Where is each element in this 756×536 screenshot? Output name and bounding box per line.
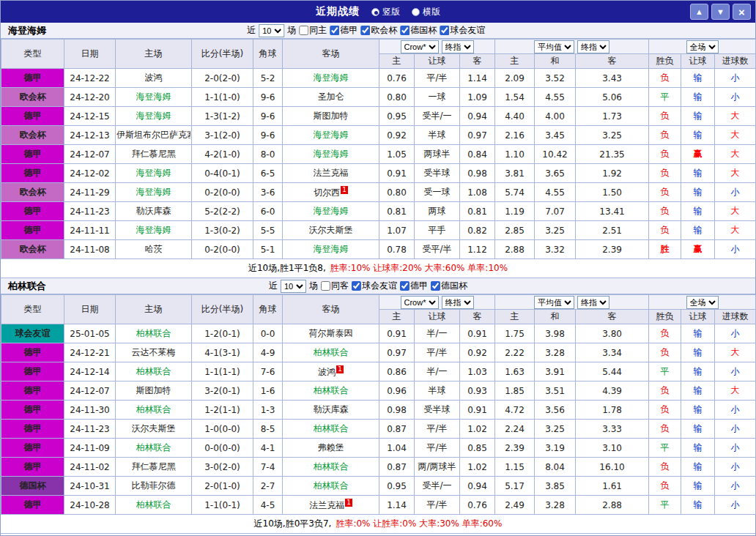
- league-filter-checkbox-input[interactable]: [352, 281, 361, 291]
- league-filter-checkbox[interactable]: 德甲: [400, 280, 428, 292]
- team-name[interactable]: 海登海姆: [136, 186, 171, 198]
- away-team-cell[interactable]: 海登海姆: [283, 69, 379, 88]
- league-filter-checkbox-input[interactable]: [431, 281, 440, 291]
- team-name[interactable]: 柏林联合: [314, 346, 349, 359]
- radio-dot[interactable]: [412, 8, 420, 16]
- league-filter-checkbox-input[interactable]: [330, 26, 339, 35]
- score-cell[interactable]: 1-1(1-0): [192, 88, 253, 107]
- team-name[interactable]: 海登海姆: [314, 72, 349, 84]
- home-team-cell[interactable]: 比勒菲尔德: [116, 477, 192, 496]
- odds-view-select[interactable]: 终指: [442, 40, 474, 53]
- home-team-cell[interactable]: 海登海姆: [116, 183, 192, 202]
- score-cell[interactable]: 0-0(0-0): [192, 439, 253, 458]
- away-team-cell[interactable]: 柏林联合: [283, 477, 379, 496]
- score-cell[interactable]: 3-2(0-1): [192, 381, 253, 401]
- home-team-cell[interactable]: 沃尔夫斯堡: [116, 420, 192, 439]
- team-name[interactable]: 勒沃库森: [314, 403, 349, 416]
- team-name[interactable]: 法兰克福: [309, 499, 344, 512]
- odds-view-select[interactable]: 终指: [577, 296, 609, 309]
- team-name[interactable]: 海登海姆: [314, 243, 349, 256]
- league-filter-checkbox-input[interactable]: [360, 26, 370, 35]
- home-team-cell[interactable]: 云达不莱梅: [116, 343, 192, 362]
- score-cell[interactable]: 1-2(1-1): [192, 401, 253, 420]
- team-name[interactable]: 海登海姆: [136, 167, 171, 179]
- league-filter-checkbox-input[interactable]: [400, 281, 410, 291]
- league-filter-checkbox[interactable]: 德国杯: [431, 280, 467, 292]
- away-team-cell[interactable]: 海登海姆: [283, 126, 379, 145]
- team-name[interactable]: 法兰克福: [314, 167, 349, 179]
- team-name[interactable]: 拜仁慕尼黑: [132, 148, 176, 160]
- league-filter-checkbox[interactable]: 欧会杯: [360, 24, 397, 37]
- league-filter-checkbox[interactable]: 球会友谊: [440, 24, 485, 37]
- away-team-cell[interactable]: 斯图加特: [283, 107, 379, 126]
- team-name[interactable]: 拜仁慕尼黑: [132, 461, 176, 473]
- team-name[interactable]: 伊斯坦布尔巴萨克塞尔: [116, 129, 190, 141]
- team-name[interactable]: 柏林联合: [136, 442, 171, 454]
- team-name[interactable]: 柏林联合: [314, 423, 349, 435]
- team-name[interactable]: 海登海姆: [136, 91, 171, 103]
- same-venue-checkbox[interactable]: 同主: [299, 24, 327, 37]
- away-team-cell[interactable]: 海登海姆: [283, 240, 379, 259]
- score-cell[interactable]: 3-1(2-0): [192, 126, 253, 145]
- team-name[interactable]: 云达不莱梅: [132, 346, 176, 359]
- score-cell[interactable]: 5-2(2-2): [192, 202, 253, 221]
- team-name[interactable]: 海登海姆: [136, 110, 171, 122]
- same-venue-checkbox-input[interactable]: [299, 26, 308, 35]
- home-team-cell[interactable]: 柏林联合: [116, 324, 192, 343]
- team-name[interactable]: 柏林联合: [136, 499, 171, 511]
- team-name[interactable]: 柏林联合: [136, 365, 171, 378]
- layout-vertical-radio[interactable]: 竖版: [371, 6, 400, 18]
- away-team-cell[interactable]: 柏林联合: [283, 381, 379, 401]
- team-name[interactable]: 波鸿: [318, 366, 336, 379]
- away-team-cell[interactable]: 柏林联合: [283, 458, 379, 477]
- league-filter-checkbox[interactable]: 德国杯: [400, 24, 437, 37]
- home-team-cell[interactable]: 勒沃库森: [116, 202, 192, 221]
- score-cell[interactable]: 0-4(0-1): [192, 164, 253, 183]
- score-cell[interactable]: 1-1(1-1): [192, 362, 253, 381]
- score-cell[interactable]: 1-2(0-1): [192, 324, 253, 343]
- score-cell[interactable]: 1-3(0-2): [192, 221, 253, 240]
- home-team-cell[interactable]: 海登海姆: [116, 88, 192, 107]
- league-filter-checkbox-input[interactable]: [440, 26, 449, 35]
- odds-view-select[interactable]: 全场: [686, 296, 719, 309]
- home-team-cell[interactable]: 海登海姆: [116, 221, 192, 240]
- away-team-cell[interactable]: 海登海姆: [283, 202, 379, 221]
- score-cell[interactable]: 2-0(2-0): [192, 69, 253, 88]
- odds-view-select[interactable]: 平均值: [534, 296, 574, 309]
- team-name[interactable]: 波鸿: [145, 72, 163, 84]
- away-team-cell[interactable]: 柏林联合: [283, 343, 379, 362]
- home-team-cell[interactable]: 海登海姆: [116, 107, 192, 126]
- away-team-cell[interactable]: 圣加仑: [283, 88, 379, 107]
- team-name[interactable]: 柏林联合: [314, 461, 349, 473]
- away-team-cell[interactable]: 切尔西1: [283, 183, 379, 202]
- games-count-select[interactable]: 10: [259, 24, 284, 37]
- home-team-cell[interactable]: 斯图加特: [116, 381, 192, 401]
- home-team-cell[interactable]: 柏林联合: [116, 362, 192, 381]
- team-name[interactable]: 海登海姆: [314, 148, 349, 160]
- home-team-cell[interactable]: 柏林联合: [116, 401, 192, 420]
- home-team-cell[interactable]: 柏林联合: [116, 496, 192, 515]
- odds-view-select[interactable]: Crow*: [401, 40, 439, 53]
- team-name[interactable]: 柏林联合: [314, 480, 349, 492]
- home-team-cell[interactable]: 柏林联合: [116, 439, 192, 458]
- odds-view-select[interactable]: 平均值: [534, 40, 574, 53]
- score-cell[interactable]: 4-2(1-0): [192, 145, 253, 164]
- home-team-cell[interactable]: 哈茨: [116, 240, 192, 259]
- score-cell[interactable]: 1-3(1-2): [192, 107, 253, 126]
- team-name[interactable]: 哈茨: [145, 243, 163, 256]
- score-cell[interactable]: 0-2(0-0): [192, 183, 253, 202]
- team-name[interactable]: 柏林联合: [136, 327, 171, 340]
- home-team-cell[interactable]: 海登海姆: [116, 164, 192, 183]
- team-name[interactable]: 弗赖堡: [318, 442, 344, 454]
- away-team-cell[interactable]: 柏林联合: [283, 420, 379, 439]
- away-team-cell[interactable]: 勒沃库森: [283, 401, 379, 420]
- team-name[interactable]: 海登海姆: [314, 205, 349, 217]
- league-filter-checkbox[interactable]: 球会友谊: [352, 280, 397, 292]
- team-name[interactable]: 切尔西: [314, 187, 340, 199]
- home-team-cell[interactable]: 伊斯坦布尔巴萨克塞尔: [116, 126, 192, 145]
- league-filter-checkbox-input[interactable]: [400, 26, 410, 35]
- games-count-select[interactable]: 10: [281, 280, 306, 293]
- away-team-cell[interactable]: 沃尔夫斯堡: [283, 221, 379, 240]
- radio-dot[interactable]: [371, 8, 379, 16]
- score-cell[interactable]: 4-1(3-1): [192, 343, 253, 362]
